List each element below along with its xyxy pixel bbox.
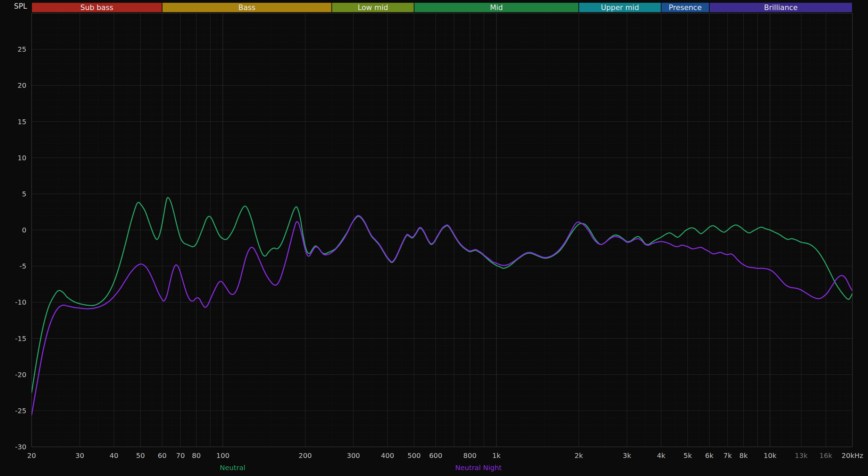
x-tick-label: 13k: [795, 451, 808, 460]
y-tick-label: -20: [15, 371, 26, 379]
x-tick-label: 1k: [492, 451, 501, 460]
y-tick-label: 20: [18, 81, 26, 90]
y-axis-title: SPL: [10, 2, 27, 10]
band-label: Bass: [239, 3, 256, 12]
x-tick-label: 100: [216, 451, 229, 460]
y-tick-label: 15: [18, 118, 26, 126]
band-label: Mid: [490, 3, 503, 12]
series-curve-neutral-night: [32, 215, 852, 415]
y-tick-label: -15: [15, 334, 26, 343]
legend-item-neutral-night[interactable]: Neutral Night: [455, 464, 502, 472]
x-tick-label: 5k: [683, 451, 692, 460]
band-label: Upper mid: [601, 3, 639, 12]
x-tick-label: 50: [136, 451, 145, 460]
frequency-band-strip: Sub bassBassLow midMidUpper midPresenceB…: [32, 3, 852, 12]
frequency-response-chart: Sub bassBassLow midMidUpper midPresenceB…: [0, 0, 868, 476]
y-tick-label: -10: [15, 298, 26, 306]
x-tick-label: 500: [407, 451, 420, 460]
x-tick-label: 80: [192, 451, 201, 460]
x-tick-label: 600: [429, 451, 442, 460]
x-tick-label: 30: [75, 451, 84, 460]
band-label: Brilliance: [764, 3, 798, 12]
x-tick-label: 2k: [575, 451, 583, 460]
x-tick-label: 200: [299, 451, 312, 460]
x-tick-label: 400: [381, 451, 394, 460]
x-tick-label: 4k: [657, 451, 666, 460]
legend-item-neutral[interactable]: Neutral: [220, 464, 245, 472]
band-label: Low mid: [358, 3, 388, 12]
y-tick-label: -30: [15, 443, 26, 451]
plot-svg: Sub bassBassLow midMidUpper midPresenceB…: [0, 0, 868, 476]
band-label: Sub bass: [81, 3, 114, 12]
x-tick-label: 8k: [739, 451, 748, 460]
y-tick-label: 10: [18, 154, 26, 162]
x-tick-label: 300: [347, 451, 360, 460]
y-tick-label: 0: [22, 226, 26, 234]
y-tick-label: -5: [19, 262, 26, 270]
axis-labels: 203040506070801002003004005006008001k2k3…: [15, 45, 863, 460]
y-tick-label: 5: [22, 190, 26, 198]
x-tick-label: 20kHz: [842, 451, 863, 460]
x-tick-label: 6k: [705, 451, 714, 460]
y-tick-label: 25: [18, 45, 26, 53]
y-tick-label: -25: [15, 407, 26, 415]
x-tick-label: 7k: [724, 451, 732, 460]
x-tick-label: 60: [158, 451, 166, 460]
x-tick-label: 40: [109, 451, 118, 460]
band-label: Presence: [669, 3, 702, 12]
x-tick-label: 70: [176, 451, 185, 460]
x-tick-label: 10k: [763, 451, 776, 460]
x-tick-label: 800: [463, 451, 476, 460]
x-tick-label: 16k: [819, 451, 832, 460]
x-tick-label: 3k: [623, 451, 632, 460]
x-tick-label: 20: [27, 451, 36, 460]
